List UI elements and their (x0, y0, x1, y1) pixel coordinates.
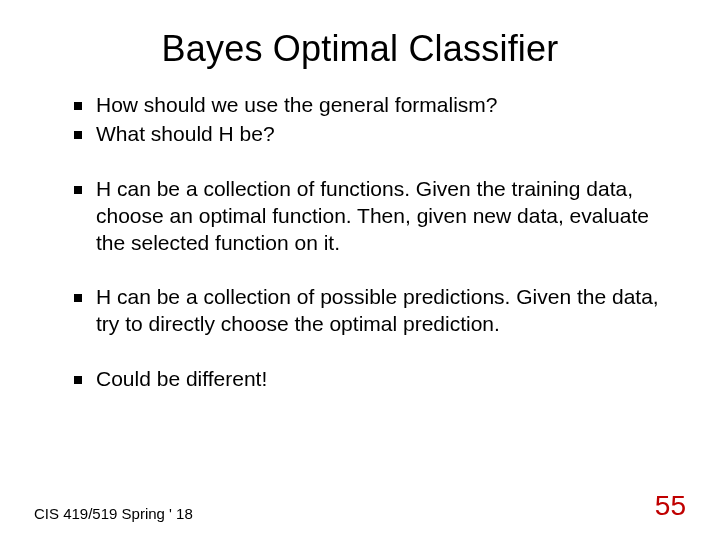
slide: Bayes Optimal Classifier How should we u… (0, 0, 720, 540)
bullet-item: H can be a collection of possible predic… (74, 284, 664, 338)
bullet-text: How should we use the general formalism? (96, 93, 498, 116)
slide-footer: CIS 419/519 Spring ' 18 55 (34, 490, 686, 522)
slide-content: How should we use the general formalism?… (56, 92, 664, 393)
bullet-item: Could be different! (74, 366, 664, 393)
bullet-item: What should H be? (74, 121, 664, 148)
course-label: CIS 419/519 Spring ' 18 (34, 505, 193, 522)
bullet-item: How should we use the general formalism? (74, 92, 664, 119)
bullet-item: H can be a collection of functions. Give… (74, 176, 664, 257)
page-number: 55 (655, 490, 686, 522)
bullet-list: How should we use the general formalism?… (74, 92, 664, 393)
bullet-text: H can be a collection of functions. Give… (96, 177, 649, 254)
bullet-text: H can be a collection of possible predic… (96, 285, 659, 335)
slide-title: Bayes Optimal Classifier (56, 28, 664, 70)
bullet-text: What should H be? (96, 122, 275, 145)
bullet-text: Could be different! (96, 367, 267, 390)
